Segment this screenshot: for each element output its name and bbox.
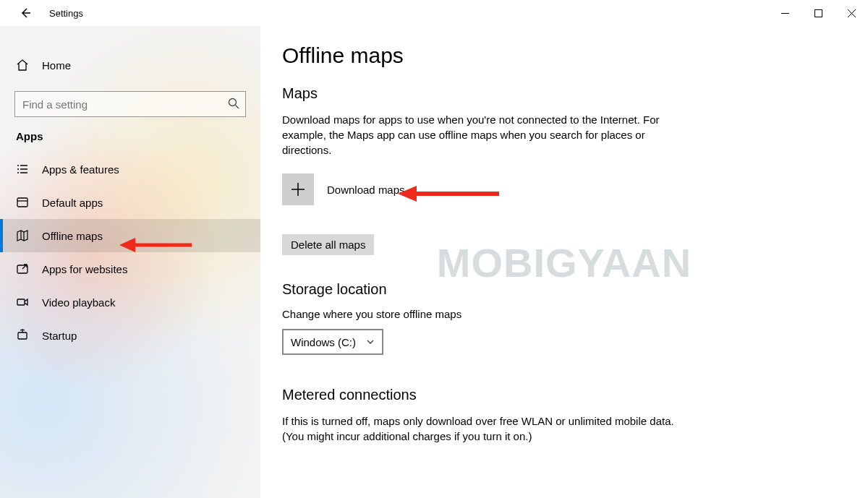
nav-label: Video playback <box>42 296 115 309</box>
nav-default-apps[interactable]: Default apps <box>0 186 260 219</box>
back-button[interactable] <box>14 2 36 24</box>
nav-video-playback[interactable]: Video playback <box>0 286 260 319</box>
defaults-icon <box>16 196 35 209</box>
close-button[interactable] <box>835 1 868 25</box>
sidebar-section-label: Apps <box>0 130 260 142</box>
svg-rect-5 <box>17 265 27 273</box>
map-icon <box>16 229 35 242</box>
app-title: Settings <box>49 8 83 19</box>
delete-all-maps-label: Delete all maps <box>291 239 365 251</box>
nav-apps-websites[interactable]: Apps for websites <box>0 252 260 286</box>
svg-rect-6 <box>17 299 25 305</box>
section-storage-description: Change where you store offline maps <box>282 308 832 320</box>
plus-icon <box>290 181 306 197</box>
list-icon <box>16 163 35 176</box>
section-maps-heading: Maps <box>282 85 832 102</box>
nav-apps-features[interactable]: Apps & features <box>0 153 260 186</box>
section-metered-description: If this is turned off, maps only downloa… <box>282 413 687 444</box>
download-maps-button[interactable] <box>282 173 314 205</box>
svg-rect-7 <box>18 332 27 339</box>
home-button[interactable]: Home <box>0 51 260 80</box>
maximize-icon <box>814 9 822 17</box>
nav-label: Startup <box>42 330 77 342</box>
nav-label: Offline maps <box>42 230 103 242</box>
nav-label: Apps for websites <box>42 263 127 275</box>
close-icon <box>848 9 856 17</box>
storage-drive-selected: Windows (C:) <box>291 336 356 348</box>
download-maps-label: Download maps <box>327 184 405 196</box>
startup-icon <box>16 329 35 342</box>
search-input[interactable] <box>14 91 246 117</box>
section-metered-heading: Metered connections <box>282 387 832 403</box>
nav-label: Default apps <box>42 197 103 209</box>
page-title: Offline maps <box>282 43 832 68</box>
minimize-button[interactable] <box>768 1 801 25</box>
open-in-app-icon <box>16 262 35 275</box>
storage-drive-dropdown[interactable]: Windows (C:) <box>282 329 383 355</box>
home-icon <box>16 59 35 72</box>
maximize-button[interactable] <box>801 1 835 25</box>
main-content: MOBIGYAAN Offline maps Maps Download map… <box>260 26 868 498</box>
sidebar: Home Apps Apps & features Default apps <box>0 26 260 498</box>
delete-all-maps-button[interactable]: Delete all maps <box>282 234 374 255</box>
section-storage-heading: Storage location <box>282 281 832 298</box>
home-label: Home <box>42 59 71 72</box>
minimize-icon <box>781 9 789 17</box>
video-icon <box>16 296 35 309</box>
section-maps-description: Download maps for apps to use when you'r… <box>282 112 687 158</box>
svg-rect-4 <box>17 198 27 207</box>
arrow-left-icon <box>20 7 31 19</box>
chevron-down-icon <box>366 338 375 346</box>
nav-startup[interactable]: Startup <box>0 319 260 352</box>
nav-offline-maps[interactable]: Offline maps <box>0 219 260 252</box>
svg-rect-1 <box>814 9 822 17</box>
nav-label: Apps & features <box>42 163 119 176</box>
